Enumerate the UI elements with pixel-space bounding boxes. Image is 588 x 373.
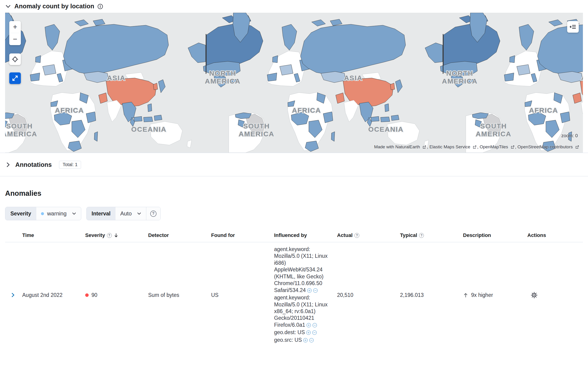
row-actions-button[interactable] (531, 291, 538, 299)
time-cell: August 2nd 2022 (20, 292, 83, 298)
map-section-title: Anomaly count by location (14, 3, 94, 10)
header-actual: Actual ? (335, 232, 398, 238)
question-icon: ? (150, 211, 157, 217)
filter-out-icon[interactable] (309, 338, 314, 343)
expand-row-button[interactable] (7, 292, 16, 298)
minus-icon: − (13, 35, 17, 43)
filter-out-icon[interactable] (313, 288, 318, 293)
header-actions-label: Actions (527, 232, 546, 238)
severity-select[interactable]: warning (36, 207, 81, 220)
header-typical-label: Typical (400, 232, 417, 238)
detector-value: Sum of bytes (148, 292, 179, 298)
annotations-total-badge: Total: 1 (59, 161, 81, 169)
annotations-accordion-header[interactable]: Annotations Total: 1 (0, 153, 588, 176)
found-for-cell: US (209, 292, 272, 298)
header-description-label: Description (463, 232, 491, 238)
chevron-right-icon (5, 162, 11, 168)
attribution-text: , OpenStreetMap contributors (515, 144, 573, 149)
attribution-text: , Elastic Maps Service (427, 144, 470, 149)
attribution-link[interactable]: Made with NaturalEarth (374, 144, 427, 149)
anomalies-section: Anomalies Severity warning Interval Auto (0, 189, 588, 344)
legend-toggle-button[interactable] (567, 21, 579, 33)
anomalies-table-header: Time Severity ? Detector Found for Influ… (5, 232, 583, 242)
chevron-down-icon (5, 3, 11, 10)
influencer-text: agent.keyword: Mozilla/5.0 (X11; Linux x… (274, 295, 327, 328)
influencer-item: agent.keyword: Mozilla/5.0 (X11; Linux x… (274, 294, 329, 328)
anomaly-map[interactable]: ASIA AFRICA OCEANIA NORTH AMERICA SOUTH … (5, 13, 583, 153)
typical-value: 2,196.013 (400, 292, 424, 298)
header-influenced-by: Influenced by (272, 232, 335, 238)
chevron-down-icon (72, 211, 76, 216)
influencer-text: geo.dest: US (274, 329, 305, 335)
info-icon (97, 4, 103, 9)
question-icon: ? (354, 233, 359, 238)
section-divider (0, 176, 588, 176)
interval-filter-label: Interval (87, 207, 116, 220)
arrow-up-icon (463, 292, 468, 298)
severity-selected-value: warning (47, 210, 67, 217)
header-typical: Typical ? (398, 232, 461, 238)
filter-in-icon[interactable] (303, 338, 308, 343)
interval-select[interactable]: Auto (116, 207, 146, 220)
anomalies-filters: Severity warning Interval Auto (5, 207, 583, 220)
typical-cell: 2,196.013 (398, 292, 461, 298)
zoom-out-button[interactable]: − (9, 33, 21, 45)
filter-in-icon[interactable] (307, 288, 312, 293)
fullscreen-button[interactable] (9, 73, 21, 84)
question-icon: ? (107, 233, 112, 238)
external-link-icon (511, 145, 514, 149)
header-found-for: Found for (209, 232, 272, 238)
anomalies-table: Time Severity ? Detector Found for Influ… (5, 232, 583, 344)
interval-help-button[interactable]: ? (146, 207, 160, 220)
attribution-text: Made with NaturalEarth (374, 144, 420, 149)
header-actions: Actions (525, 232, 583, 238)
attribution-link[interactable]: , Elastic Maps Service (427, 144, 477, 149)
header-actual-label: Actual (337, 232, 353, 238)
row-expander-cell (5, 292, 20, 298)
zoom-in-button[interactable]: + (9, 21, 21, 33)
warning-severity-dot-icon (41, 212, 44, 215)
map-attribution: Made with NaturalEarth , Elastic Maps Se… (374, 144, 580, 149)
external-link-icon (473, 145, 477, 149)
fit-to-data-button[interactable] (9, 53, 21, 65)
influencer-item: agent.keyword: Mozilla/5.0 (X11; Linux i… (274, 246, 329, 294)
severity-filter: Severity warning (5, 207, 81, 220)
header-found-for-label: Found for (211, 232, 235, 238)
ml-anomaly-explorer-page: Anomaly count by location (0, 0, 588, 344)
actions-cell (525, 291, 583, 299)
filter-in-icon[interactable] (306, 330, 311, 335)
attribution-link[interactable]: , OpenStreetMap contributors (515, 144, 580, 149)
external-link-icon (575, 145, 579, 149)
menu-left-icon (570, 24, 576, 30)
severity-score: 90 (91, 292, 97, 298)
filter-out-icon[interactable] (312, 330, 317, 335)
world-map-canvas: ASIA AFRICA OCEANIA NORTH AMERICA SOUTH … (5, 13, 583, 153)
time-value: August 2nd 2022 (22, 292, 63, 298)
header-influenced-by-label: Influenced by (274, 232, 307, 238)
external-link-icon (422, 145, 426, 149)
question-icon: ? (419, 233, 424, 238)
attribution-text: , OpenMapTiles (477, 144, 508, 149)
annotations-title: Annotations (15, 161, 52, 168)
header-severity[interactable]: Severity ? (83, 232, 146, 238)
zoom-level-text: zoom: 0 (561, 133, 578, 138)
header-time-label: Time (22, 232, 34, 238)
detector-cell: Sum of bytes (146, 292, 209, 298)
filter-out-icon[interactable] (312, 323, 317, 328)
critical-severity-dot-icon (85, 293, 89, 297)
influencer-item: geo.dest: US (274, 329, 329, 336)
map-zoom-control: + − (9, 21, 21, 45)
filter-in-icon[interactable] (306, 323, 311, 328)
actual-cell: 20,510 (335, 292, 398, 298)
header-time: Time (20, 232, 83, 238)
description-cell: 9x higher (461, 292, 525, 298)
chevron-down-icon (137, 211, 141, 216)
influenced-by-cell: agent.keyword: Mozilla/5.0 (X11; Linux i… (272, 246, 335, 344)
anomalies-title: Anomalies (5, 189, 583, 197)
influencer-text: agent.keyword: Mozilla/5.0 (X11; Linux i… (274, 246, 327, 293)
interval-filter: Interval Auto ? (86, 207, 161, 220)
found-for-value: US (211, 292, 219, 298)
crosshair-icon (12, 56, 18, 62)
attribution-link[interactable]: , OpenMapTiles (477, 144, 515, 149)
map-accordion-header[interactable]: Anomaly count by location (0, 0, 588, 12)
